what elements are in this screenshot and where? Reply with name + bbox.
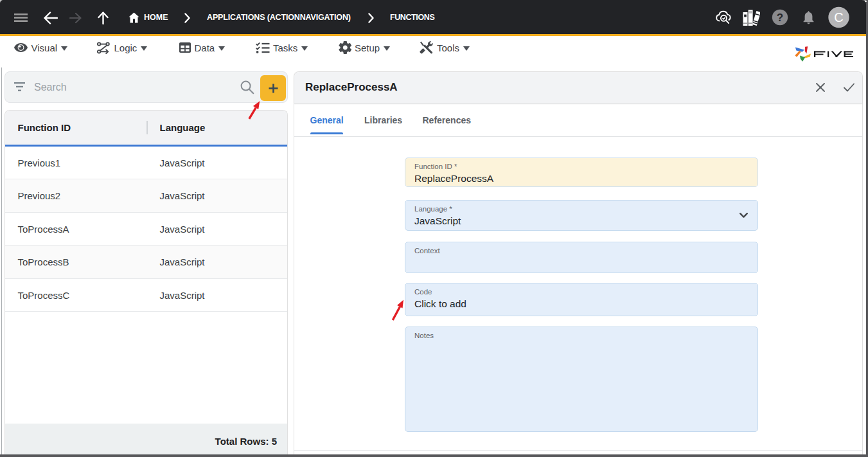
- svg-text:?: ?: [777, 12, 783, 24]
- svg-text:C: C: [834, 10, 843, 24]
